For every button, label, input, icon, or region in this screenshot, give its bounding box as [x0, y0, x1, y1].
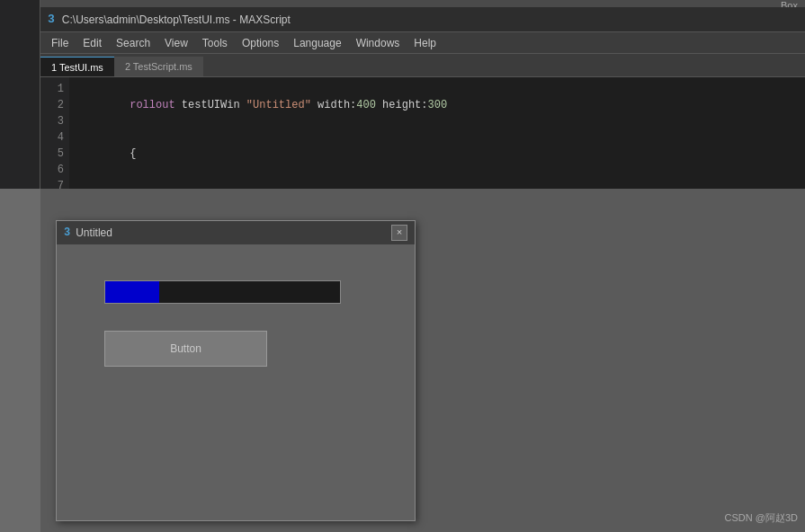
menu-file[interactable]: File — [44, 37, 76, 49]
tab-bar: 1 TestUI.ms 2 TestScript.ms — [40, 54, 805, 77]
menu-edit[interactable]: Edit — [76, 37, 109, 49]
left-sidebar — [0, 0, 40, 189]
tab-testui[interactable]: 1 TestUI.ms — [40, 57, 114, 76]
menu-help[interactable]: Help — [407, 37, 443, 49]
tab-testscript[interactable]: 2 TestScript.ms — [114, 57, 203, 76]
line-num-1: 1 — [58, 81, 64, 97]
code-line-2: { — [76, 129, 798, 178]
editor-titlebar: 3 C:\Users\admin\Desktop\TestUI.ms - MAX… — [40, 7, 805, 32]
dialog-icon: 3 — [64, 226, 70, 239]
menu-language[interactable]: Language — [286, 37, 348, 49]
progress-bar-container — [104, 280, 341, 304]
dialog-title-left: 3 Untitled — [64, 226, 112, 239]
editor-icon: 3 — [48, 13, 55, 26]
top-strip: Box — [0, 0, 805, 7]
line-num-2: 2 — [58, 97, 64, 113]
dialog-title-text: Untitled — [76, 226, 112, 239]
dialog-button[interactable]: Button — [104, 331, 267, 367]
dialog-titlebar: 3 Untitled × — [57, 221, 415, 244]
progress-bar-fill — [105, 281, 159, 303]
code-line-1: rollout testUIWin "Untitled" width:400 h… — [76, 81, 798, 129]
line-num-6: 6 — [58, 162, 64, 178]
dialog-close-button[interactable]: × — [391, 225, 407, 241]
editor-title: C:\Users\admin\Desktop\TestUI.ms - MAXSc… — [62, 13, 291, 26]
menu-search[interactable]: Search — [109, 37, 157, 49]
menu-view[interactable]: View — [157, 37, 195, 49]
watermark-text: CSDN @阿赵3D — [725, 512, 798, 523]
menu-tools[interactable]: Tools — [195, 37, 235, 49]
close-icon: × — [397, 227, 403, 238]
menu-options[interactable]: Options — [235, 37, 286, 49]
dialog-content: Button — [57, 244, 415, 403]
line-num-4: 4 — [58, 129, 64, 146]
menu-windows[interactable]: Windows — [349, 37, 407, 49]
dialog-button-label: Button — [170, 342, 201, 355]
menu-bar: File Edit Search View Tools Options Lang… — [40, 32, 805, 54]
line-num-5: 5 — [58, 146, 64, 162]
watermark: CSDN @阿赵3D — [725, 511, 798, 525]
line-num-3: 3 — [58, 113, 64, 129]
dialog-window: 3 Untitled × Button — [56, 220, 416, 521]
